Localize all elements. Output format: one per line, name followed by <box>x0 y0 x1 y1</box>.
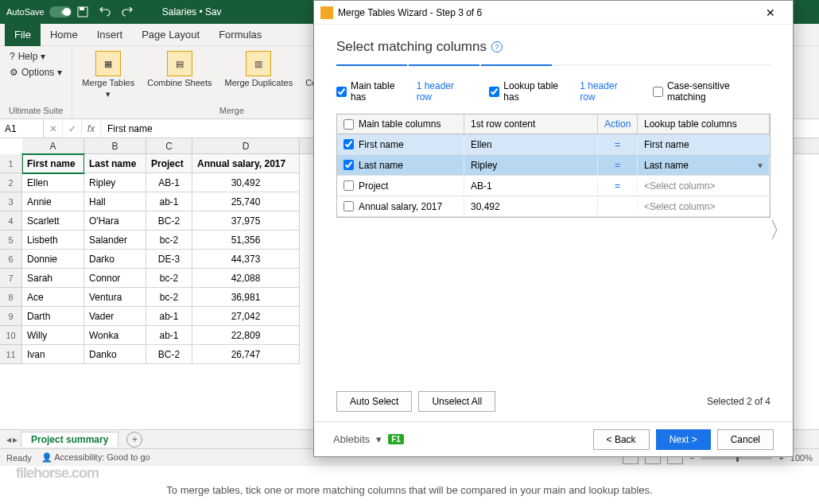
row-header[interactable]: 3 <box>0 192 22 211</box>
column-header[interactable]: C <box>146 138 192 153</box>
tab-nav[interactable]: ◂▸ <box>6 434 17 445</box>
cell[interactable]: Lisbeth <box>22 231 84 250</box>
row-checkbox[interactable] <box>344 201 354 211</box>
cell[interactable]: Ivan <box>22 345 84 364</box>
column-map-row[interactable]: Last nameRipley=Last name▾ <box>337 155 770 176</box>
column-header[interactable]: B <box>84 138 146 153</box>
row-checkbox[interactable] <box>344 139 354 149</box>
column-header[interactable]: D <box>192 138 300 153</box>
cell[interactable]: ab-1 <box>146 192 192 211</box>
cell[interactable]: AB-1 <box>146 173 192 192</box>
cell[interactable]: 51,356 <box>192 231 300 250</box>
cancel-button[interactable]: Cancel <box>717 429 774 450</box>
cell[interactable]: Ellen <box>22 173 84 192</box>
cell[interactable]: ab-1 <box>146 326 192 345</box>
cell[interactable]: bc-2 <box>146 231 192 250</box>
save-icon[interactable] <box>75 4 91 20</box>
cell[interactable]: Sarah <box>22 269 84 288</box>
sheet-tab[interactable]: Project summary <box>21 432 118 447</box>
next-arrow-icon[interactable]: 〉 <box>769 215 791 246</box>
row-header[interactable]: 4 <box>0 211 22 231</box>
lookup-header-checkbox[interactable]: Lookup table has 1 header row <box>489 80 635 103</box>
row-header[interactable]: 5 <box>0 231 22 250</box>
tab-formulas[interactable]: Formulas <box>209 24 271 46</box>
auto-select-button[interactable]: Auto Select <box>336 391 412 412</box>
cell[interactable]: bc-2 <box>146 288 192 307</box>
name-box[interactable]: A1 <box>0 119 44 138</box>
row-header[interactable]: 2 <box>0 173 22 192</box>
lookup-header-link[interactable]: 1 header row <box>580 80 635 103</box>
cell[interactable]: 44,373 <box>192 250 300 269</box>
fx-icon[interactable]: fx <box>82 119 101 138</box>
cell[interactable]: 37,975 <box>192 211 300 231</box>
cell[interactable]: Connor <box>84 269 146 288</box>
cell[interactable]: 30,492 <box>192 173 300 192</box>
cell[interactable]: Hall <box>84 192 146 211</box>
cell[interactable]: Ace <box>22 288 84 307</box>
cell[interactable]: 42,088 <box>192 269 300 288</box>
close-button[interactable]: ✕ <box>755 2 786 24</box>
row-header[interactable]: 10 <box>0 326 22 345</box>
row-header[interactable]: 9 <box>0 307 22 326</box>
help-button[interactable]: ?Help▾ <box>6 49 65 64</box>
cell[interactable]: Salander <box>84 231 146 250</box>
combine-sheets-button[interactable]: ▤Combine Sheets <box>141 48 218 91</box>
undo-icon[interactable] <box>97 4 113 20</box>
tab-home[interactable]: Home <box>41 24 87 46</box>
row-header[interactable]: 6 <box>0 250 22 269</box>
tab-insert[interactable]: Insert <box>87 24 133 46</box>
cell[interactable]: Last name <box>84 154 146 173</box>
row-header[interactable]: 8 <box>0 288 22 307</box>
toggle-switch[interactable]: On <box>49 6 72 17</box>
redo-icon[interactable] <box>119 4 135 20</box>
brand[interactable]: Ablebits▾ F1 <box>333 433 404 445</box>
new-sheet-button[interactable]: + <box>126 432 142 448</box>
enter-icon[interactable]: ✓ <box>63 119 82 138</box>
back-button[interactable]: < Back <box>593 429 650 450</box>
cell[interactable]: Willy <box>22 326 84 345</box>
row-checkbox[interactable] <box>344 160 354 170</box>
cell[interactable]: Danko <box>84 345 146 364</box>
cell[interactable]: Ripley <box>84 173 146 192</box>
cell[interactable]: BC-2 <box>146 345 192 364</box>
select-all-checkbox[interactable] <box>344 119 354 130</box>
column-header[interactable]: A <box>22 138 84 153</box>
cell[interactable]: Scarlett <box>22 211 84 231</box>
merge-tables-button[interactable]: ▦Merge Tables▾ <box>76 48 141 103</box>
cell[interactable]: Project <box>146 154 192 173</box>
cell[interactable]: Annual salary, 2017 <box>192 154 300 173</box>
column-map-row[interactable]: First nameEllen=First name <box>337 134 770 155</box>
row-header[interactable]: 7 <box>0 269 22 288</box>
cell[interactable]: BC-2 <box>146 211 192 231</box>
main-header-checkbox[interactable]: Main table has 1 header row <box>336 80 472 103</box>
cell[interactable]: ab-1 <box>146 307 192 326</box>
cell[interactable]: O'Hara <box>84 211 146 231</box>
next-icon[interactable]: ▸ <box>13 434 17 445</box>
info-icon[interactable]: ? <box>491 41 503 52</box>
cell[interactable]: Annie <box>22 192 84 211</box>
row-checkbox[interactable] <box>344 180 354 191</box>
chevron-down-icon[interactable]: ▾ <box>758 160 763 171</box>
cell[interactable]: Darko <box>84 250 146 269</box>
autosave-toggle[interactable]: AutoSave On <box>6 6 72 17</box>
cell[interactable]: 36,981 <box>192 288 300 307</box>
cell[interactable]: Darth <box>22 307 84 326</box>
cell[interactable]: 26,747 <box>192 345 300 364</box>
cell[interactable]: Wonka <box>84 326 146 345</box>
cell[interactable]: Vader <box>84 307 146 326</box>
case-sensitive-checkbox[interactable]: Case-sensitive matching <box>653 80 770 103</box>
column-map-row[interactable]: Annual salary, 201730,492<Select column> <box>337 196 770 217</box>
main-header-link[interactable]: 1 header row <box>417 80 472 103</box>
row-header[interactable]: 11 <box>0 345 22 364</box>
cell[interactable]: First name <box>22 154 84 173</box>
cell[interactable]: Ventura <box>84 288 146 307</box>
column-map-row[interactable]: ProjectAB-1=<Select column> <box>337 176 770 196</box>
prev-icon[interactable]: ◂ <box>6 434 11 445</box>
merge-duplicates-button[interactable]: ▥Merge Duplicates <box>219 48 300 91</box>
cancel-icon[interactable]: ✕ <box>44 119 63 138</box>
tab-page-layout[interactable]: Page Layout <box>132 24 209 46</box>
cell[interactable]: 22,809 <box>192 326 300 345</box>
tab-file[interactable]: File <box>5 24 41 46</box>
cell[interactable]: DE-3 <box>146 250 192 269</box>
cell[interactable]: bc-2 <box>146 269 192 288</box>
